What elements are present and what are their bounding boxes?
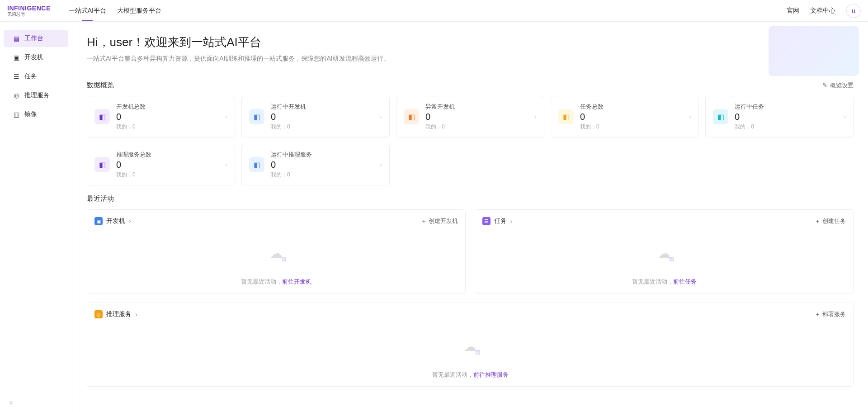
sidebar-collapse-button[interactable]: ≡ (0, 394, 72, 412)
activity-title: 开发机 (106, 217, 125, 225)
stat-card-value: 0 (425, 112, 528, 122)
chevron-right-icon: › (225, 113, 227, 120)
menu-icon: ≡ (9, 399, 13, 407)
top-tabs: 一站式AI平台 大模型服务平台 (69, 0, 161, 21)
empty-illustration-icon: ☁ (464, 339, 476, 354)
chevron-right-icon: › (129, 218, 131, 225)
activity-grid: ▣开发机›＋创建开发机☁暂无最近活动，前往开发机☰任务›＋创建任务☁暂无最近活动… (87, 209, 854, 387)
stat-card-icon: ◧ (558, 109, 574, 124)
chevron-right-icon: › (380, 161, 382, 168)
recent-title: 最近活动 (87, 194, 114, 203)
stat-card-label: 运行中开发机 (271, 103, 373, 111)
activity-create-button[interactable]: ＋创建开发机 (421, 217, 458, 225)
sidebar-item-label: 任务 (24, 72, 37, 81)
activity-title-link[interactable]: ☰任务› (482, 217, 513, 225)
page-subtitle: 一站式AI平台整合多种异构算力资源，提供面向AI训练和推理的一站式服务，保障您的… (87, 55, 854, 63)
stat-card-3[interactable]: ◧任务总数0我的：0› (551, 96, 699, 137)
activity-icon: ▣ (94, 217, 103, 225)
activity-goto-link[interactable]: 前往推理服务 (473, 371, 509, 378)
empty-text: 暂无最近活动，前往任务 (482, 278, 846, 286)
stat-card-2[interactable]: ◧异常开发机0我的：0› (396, 96, 544, 137)
page-title: Hi，user！欢迎来到一站式AI平台 (87, 34, 854, 50)
activity-create-button[interactable]: ＋创建任务 (815, 217, 846, 225)
stat-card-icon: ◧ (713, 109, 728, 124)
top-header: INFINIGENCE 无问芯穹 一站式AI平台 大模型服务平台 官网 文档中心… (0, 0, 868, 22)
sidebar-item-workbench[interactable]: ▦ 工作台 (4, 30, 68, 47)
sidebar-item-inference[interactable]: ◎ 推理服务 (4, 87, 68, 104)
stat-card-4[interactable]: ◧运行中任务0我的：0› (705, 96, 854, 137)
sidebar: ▦ 工作台 ▣ 开发机 ☰ 任务 ◎ 推理服务 ▥ 镜像 ≡ (0, 22, 72, 412)
list-icon: ☰ (13, 73, 20, 80)
stat-card-icon: ◧ (94, 109, 110, 124)
chevron-right-icon: › (135, 311, 137, 318)
sidebar-item-label: 工作台 (24, 34, 43, 43)
stat-card-value: 0 (271, 112, 373, 122)
stat-card-value: 0 (580, 112, 683, 122)
stat-card-6[interactable]: ◧运行中推理服务0我的：0› (241, 144, 390, 185)
activity-goto-link[interactable]: 前往开发机 (282, 278, 311, 285)
empty-illustration-icon: ☁ (658, 246, 670, 261)
activity-goto-link[interactable]: 前往任务 (673, 278, 697, 285)
chevron-right-icon: › (380, 113, 382, 120)
stat-card-sub: 我的：0 (271, 123, 373, 131)
hero-banner: Hi，user！欢迎来到一站式AI平台 一站式AI平台整合多种异构算力资源，提供… (72, 22, 868, 72)
tab-large-model[interactable]: 大模型服务平台 (117, 0, 161, 21)
chevron-right-icon: › (844, 113, 846, 120)
stat-card-0[interactable]: ◧开发机总数0我的：0› (87, 96, 235, 137)
empty-illustration-icon: ☁ (270, 246, 283, 261)
activity-title-link[interactable]: ▣开发机› (94, 217, 131, 225)
overview-section: 数据概览 ✎ 概览设置 ◧开发机总数0我的：0›◧运行中开发机0我的：0›◧异常… (72, 81, 868, 185)
empty-state: ☁ (94, 231, 458, 276)
stat-card-value: 0 (116, 112, 219, 122)
chevron-right-icon: › (534, 113, 537, 120)
activity-icon: ◎ (94, 310, 103, 318)
activity-card-2: ◎推理服务›＋部署服务☁暂无最近活动，前往推理服务 (87, 303, 854, 387)
brand-top: INFINIGENCE (7, 5, 51, 11)
activity-icon: ☰ (482, 217, 491, 225)
stat-card-sub: 我的：0 (425, 123, 528, 131)
stat-card-sub: 我的：0 (271, 171, 373, 179)
edit-icon: ✎ (822, 82, 827, 89)
stat-card-value: 0 (116, 160, 219, 170)
empty-text: 暂无最近活动，前往开发机 (94, 278, 458, 286)
dashboard-icon: ▦ (13, 35, 20, 42)
sidebar-item-dev-machine[interactable]: ▣ 开发机 (4, 49, 68, 66)
stat-card-icon: ◧ (249, 157, 264, 172)
brand-bottom: 无问芯穹 (7, 12, 51, 17)
stat-card-sub: 我的：0 (116, 171, 219, 179)
activity-create-button[interactable]: ＋部署服务 (815, 310, 846, 318)
stat-card-1[interactable]: ◧运行中开发机0我的：0› (241, 96, 390, 137)
activity-title: 推理服务 (106, 310, 132, 318)
stat-card-value: 0 (735, 112, 837, 122)
sidebar-item-tasks[interactable]: ☰ 任务 (4, 68, 68, 85)
stats-row-2: ◧推理服务总数0我的：0›◧运行中推理服务0我的：0› (87, 144, 854, 185)
main-content: Hi，user！欢迎来到一站式AI平台 一站式AI平台整合多种异构算力资源，提供… (72, 22, 868, 412)
stat-card-label: 推理服务总数 (116, 151, 219, 159)
stat-card-value: 0 (271, 160, 373, 170)
stat-card-sub: 我的：0 (580, 123, 683, 131)
stat-card-sub: 我的：0 (735, 123, 837, 131)
stat-card-label: 异常开发机 (425, 103, 528, 111)
link-official-site[interactable]: 官网 (787, 7, 799, 15)
plus-icon: ＋ (815, 217, 821, 225)
stat-card-label: 任务总数 (580, 103, 683, 111)
overview-settings-button[interactable]: ✎ 概览设置 (822, 81, 854, 90)
sidebar-item-label: 推理服务 (24, 91, 50, 99)
sidebar-item-label: 开发机 (24, 53, 43, 62)
link-docs[interactable]: 文档中心 (810, 7, 835, 15)
stat-card-5[interactable]: ◧推理服务总数0我的：0› (87, 144, 235, 185)
tab-ai-platform[interactable]: 一站式AI平台 (69, 0, 106, 21)
image-icon: ▥ (13, 111, 20, 118)
activity-title-link[interactable]: ◎推理服务› (94, 310, 137, 318)
gear-icon: ◎ (13, 92, 20, 99)
plus-icon: ＋ (815, 310, 821, 318)
brand-logo[interactable]: INFINIGENCE 无问芯穹 (7, 5, 51, 17)
terminal-icon: ▣ (13, 54, 20, 61)
stat-card-sub: 我的：0 (116, 123, 219, 131)
chevron-right-icon: › (510, 218, 513, 225)
header-right: 官网 文档中心 u (787, 4, 861, 18)
stat-card-icon: ◧ (249, 109, 264, 124)
avatar[interactable]: u (846, 4, 861, 18)
stat-card-label: 运行中推理服务 (271, 151, 373, 159)
sidebar-item-images[interactable]: ▥ 镜像 (4, 106, 68, 123)
